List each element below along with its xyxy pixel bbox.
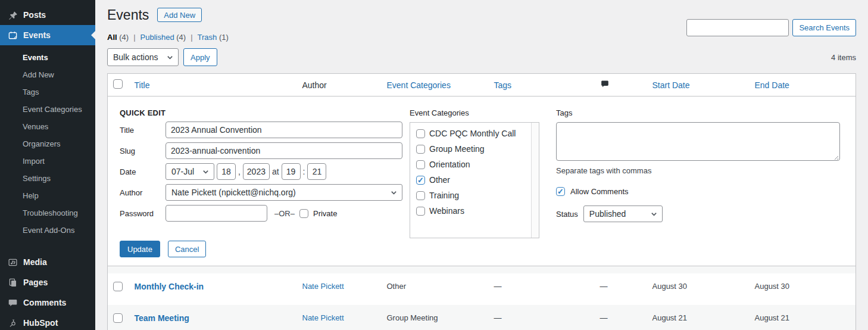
submenu-item-help[interactable]: Help — [0, 187, 95, 204]
submenu-item-tags[interactable]: Tags — [0, 83, 95, 101]
date-at-text: at — [272, 167, 279, 176]
event-author-link[interactable]: Nate Pickett — [302, 282, 344, 291]
add-new-button[interactable]: Add New — [157, 8, 202, 22]
event-tags-value: — — [489, 273, 595, 305]
category-checkbox[interactable] — [416, 145, 425, 154]
comment-icon — [7, 297, 18, 308]
status-select[interactable]: Published — [583, 206, 663, 222]
bulk-actions-select[interactable]: Bulk actions — [107, 48, 179, 66]
sidebar-item-label: Posts — [23, 10, 46, 20]
column-header-event-categories[interactable]: Event Categories — [387, 80, 451, 90]
slug-field[interactable] — [166, 142, 402, 159]
admin-sidebar: Posts Events Events Add New Tags Event C… — [0, 0, 95, 330]
category-checkbox[interactable] — [416, 176, 425, 185]
events-admin-page: Events Add New Search Events All (4) | P… — [95, 0, 868, 330]
submenu-item-add-new[interactable]: Add New — [0, 66, 95, 83]
column-header-start-date[interactable]: Start Date — [652, 80, 690, 90]
update-button[interactable]: Update — [120, 241, 160, 257]
minute-field[interactable] — [307, 163, 326, 180]
allow-comments-checkbox[interactable] — [556, 187, 565, 196]
submenu-item-venues[interactable]: Venues — [0, 118, 95, 135]
chevron-down-icon — [391, 189, 397, 196]
status-label: Status — [556, 210, 578, 219]
category-checkbox[interactable] — [416, 129, 425, 138]
category-option: Training — [416, 191, 539, 200]
chevron-down-icon — [651, 211, 657, 217]
column-header-title[interactable]: Title — [135, 80, 150, 90]
submenu-item-events[interactable]: Events — [0, 49, 95, 66]
category-option: Webinars — [416, 206, 539, 216]
table-row: Monthly Check-in Nate Pickett Other — — … — [108, 273, 856, 305]
category-label: CDC PQC Monthly Call — [429, 129, 516, 138]
submenu-item-organizers[interactable]: Organizers — [0, 135, 95, 152]
filter-all[interactable]: All — [107, 33, 117, 42]
event-author-link[interactable]: Nate Pickett — [302, 313, 344, 322]
sidebar-item-hubspot[interactable]: HubSpot — [0, 313, 95, 330]
date-comma: , — [238, 167, 241, 176]
scrollbar-track[interactable] — [531, 123, 539, 238]
table-header-row: Title Author Event Categories Tags Start… — [108, 74, 856, 96]
column-header-end-date[interactable]: End Date — [755, 80, 789, 90]
submenu-item-settings[interactable]: Settings — [0, 170, 95, 187]
sidebar-item-label: Comments — [23, 298, 66, 307]
filter-separator: | — [133, 33, 135, 42]
category-label: Webinars — [429, 206, 464, 216]
category-label: Group Meeting — [429, 144, 485, 154]
slug-field-label: Slug — [120, 147, 166, 155]
category-checkbox[interactable] — [416, 191, 425, 200]
password-field-label: Password — [120, 209, 166, 218]
day-field[interactable] — [217, 163, 236, 180]
event-title-link[interactable]: Team Meeting — [135, 313, 189, 323]
year-field[interactable] — [243, 163, 270, 180]
filter-published-count: (4) — [176, 33, 186, 42]
month-select[interactable]: 07-Jul — [166, 163, 214, 180]
private-checkbox-label: Private — [313, 209, 337, 218]
event-categories-value: Group Meeting — [382, 305, 489, 330]
sidebar-item-media[interactable]: Media — [0, 252, 95, 272]
comments-column-icon[interactable] — [600, 79, 610, 89]
select-all-checkbox[interactable] — [113, 79, 123, 89]
sidebar-item-pages[interactable]: Pages — [0, 272, 95, 292]
private-checkbox[interactable] — [299, 209, 308, 218]
sidebar-item-comments[interactable]: Comments — [0, 292, 95, 313]
event-end-date: August 21 — [750, 305, 856, 330]
title-field-label: Title — [120, 126, 166, 135]
date-field-label: Date — [120, 167, 166, 176]
pushpin-icon — [7, 10, 18, 20]
title-field[interactable] — [166, 122, 402, 138]
media-icon — [7, 257, 18, 267]
month-select-value: 07-Jul — [171, 167, 194, 176]
event-categories-listbox: CDC PQC Monthly Call Group Meeting Orien… — [410, 122, 539, 238]
apply-button[interactable]: Apply — [183, 48, 217, 66]
cancel-button[interactable]: Cancel — [168, 241, 206, 257]
password-field[interactable] — [166, 205, 267, 222]
category-checkbox[interactable] — [416, 207, 425, 216]
sidebar-item-events[interactable]: Events — [0, 25, 95, 45]
column-header-tags[interactable]: Tags — [494, 80, 512, 90]
category-option: CDC PQC Monthly Call — [416, 129, 539, 138]
sidebar-item-label: Events — [23, 30, 51, 40]
event-start-date: August 21 — [647, 305, 750, 330]
event-categories-value: Other — [382, 273, 489, 305]
submenu-item-event-add-ons[interactable]: Event Add-Ons — [0, 222, 95, 239]
tags-help-text: Separate tags with commas — [556, 166, 840, 175]
filter-published[interactable]: Published — [140, 33, 174, 42]
event-comments-value: — — [595, 273, 647, 305]
chevron-down-icon — [202, 169, 209, 175]
sidebar-item-posts[interactable]: Posts — [0, 5, 95, 25]
author-select[interactable]: Nate Pickett (npickett@nichq.org) — [166, 184, 402, 201]
filter-trash[interactable]: Trash — [198, 33, 217, 42]
submenu-item-import[interactable]: Import — [0, 152, 95, 170]
submenu-item-troubleshooting[interactable]: Troubleshooting — [0, 204, 95, 222]
events-list-table: Title Author Event Categories Tags Start… — [107, 73, 856, 330]
tags-textarea[interactable] — [556, 122, 840, 161]
event-title-link[interactable]: Monthly Check-in — [135, 282, 204, 291]
submenu-item-event-categories[interactable]: Event Categories — [0, 101, 95, 118]
category-label: Orientation — [429, 160, 470, 169]
row-checkbox[interactable] — [113, 282, 123, 291]
search-events-button[interactable]: Search Events — [792, 19, 856, 36]
category-checkbox[interactable] — [416, 160, 425, 169]
search-input[interactable] — [686, 19, 789, 36]
row-checkbox[interactable] — [113, 313, 123, 323]
hour-field[interactable] — [282, 163, 301, 180]
